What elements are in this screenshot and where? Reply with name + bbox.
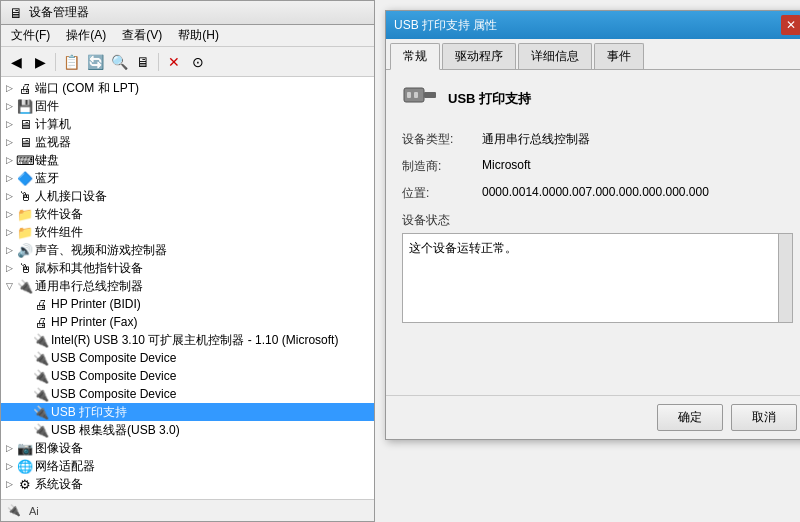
tree-item-system[interactable]: ▷⚙系统设备 xyxy=(1,475,374,493)
tree-node-icon: ⚙ xyxy=(17,476,33,492)
tree-node-icon: 🖱 xyxy=(17,260,33,276)
tree-toggle[interactable]: ▷ xyxy=(1,260,17,276)
tree-node-label: USB 打印支持 xyxy=(51,404,127,421)
status-scrollbar[interactable] xyxy=(778,234,792,322)
tree-toggle[interactable]: ▷ xyxy=(1,476,17,492)
tree-item-firmware[interactable]: ▷💾固件 xyxy=(1,97,374,115)
tree-item-usb-comp2[interactable]: 🔌USB Composite Device xyxy=(1,367,374,385)
tab-details[interactable]: 详细信息 xyxy=(518,43,592,69)
menu-bar: 文件(F) 操作(A) 查看(V) 帮助(H) xyxy=(1,25,374,47)
tree-item-softcomp[interactable]: ▷📁软件组件 xyxy=(1,223,374,241)
tree-node-icon: 🔌 xyxy=(17,278,33,294)
tree-item-hp-bidi[interactable]: 🖨HP Printer (BIDI) xyxy=(1,295,374,313)
back-button[interactable]: ◀ xyxy=(5,51,27,73)
tab-driver[interactable]: 驱动程序 xyxy=(442,43,516,69)
tree-toggle[interactable]: ▽ xyxy=(1,278,17,294)
tree-item-computer[interactable]: ▷🖥计算机 xyxy=(1,115,374,133)
tree-node-label: USB Composite Device xyxy=(51,351,176,365)
tree-node-icon: 🖱 xyxy=(17,188,33,204)
tree-node-label: 系统设备 xyxy=(35,476,83,493)
tree-node-icon: 🔊 xyxy=(17,242,33,258)
tree-node-label: 键盘 xyxy=(35,152,59,169)
dialog-close-button[interactable]: ✕ xyxy=(781,15,800,35)
tree-toggle[interactable]: ▷ xyxy=(1,134,17,150)
tree-item-monitor[interactable]: ▷🖥监视器 xyxy=(1,133,374,151)
tree-node-icon: 📁 xyxy=(17,206,33,222)
tree-toggle[interactable]: ▷ xyxy=(1,242,17,258)
tree-toggle xyxy=(17,404,33,420)
tree-item-usb-ctrl[interactable]: ▽🔌通用串行总线控制器 xyxy=(1,277,374,295)
tree-item-mouse[interactable]: ▷🖱鼠标和其他指针设备 xyxy=(1,259,374,277)
tree-node-icon: 🔌 xyxy=(33,404,49,420)
tree-node-icon: 🔌 xyxy=(33,332,49,348)
cancel-button[interactable]: 取消 xyxy=(731,404,797,431)
help-button[interactable]: ⊙ xyxy=(187,51,209,73)
titlebar-icon: 🖥 xyxy=(9,5,23,21)
tree-item-usb-comp1[interactable]: 🔌USB Composite Device xyxy=(1,349,374,367)
tree-toggle[interactable]: ▷ xyxy=(1,440,17,456)
dialog-tabs: 常规 驱动程序 详细信息 事件 xyxy=(386,39,800,70)
tree-node-label: 软件设备 xyxy=(35,206,83,223)
tree-node-icon: 🔷 xyxy=(17,170,33,186)
tree-toggle xyxy=(17,314,33,330)
status-section-label: 设备状态 xyxy=(402,212,793,229)
tab-events[interactable]: 事件 xyxy=(594,43,644,69)
tree-toggle[interactable]: ▷ xyxy=(1,458,17,474)
menu-help[interactable]: 帮助(H) xyxy=(172,25,225,46)
scan-button[interactable]: 🔍 xyxy=(108,51,130,73)
tree-node-icon: 🖨 xyxy=(33,296,49,312)
tree-node-icon: 📷 xyxy=(17,440,33,456)
toolbar: ◀ ▶ 📋 🔄 🔍 🖥 ✕ ⊙ xyxy=(1,47,374,77)
tree-toggle[interactable]: ▷ xyxy=(1,80,17,96)
properties-dialog: USB 打印支持 属性 ✕ 常规 驱动程序 详细信息 事件 USB 打印支持 设… xyxy=(385,10,800,440)
tree-node-label: 蓝牙 xyxy=(35,170,59,187)
disable-button[interactable]: ✕ xyxy=(163,51,185,73)
tree-item-hid[interactable]: ▷🖱人机接口设备 xyxy=(1,187,374,205)
tree-node-label: HP Printer (Fax) xyxy=(51,315,137,329)
status-section: 设备状态 这个设备运转正常。 xyxy=(402,212,793,323)
tree-item-audio[interactable]: ▷🔊声音、视频和游戏控制器 xyxy=(1,241,374,259)
tree-item-usb-hub[interactable]: 🔌USB 根集线器(USB 3.0) xyxy=(1,421,374,439)
tree-item-intel-usb[interactable]: 🔌Intel(R) USB 3.10 可扩展主机控制器 - 1.10 (Micr… xyxy=(1,331,374,349)
update-driver-button[interactable]: 🔄 xyxy=(84,51,106,73)
device-big-icon xyxy=(402,82,438,115)
tree-node-label: 通用串行总线控制器 xyxy=(35,278,143,295)
tree-toggle[interactable]: ▷ xyxy=(1,170,17,186)
tree-item-hp-fax[interactable]: 🖨HP Printer (Fax) xyxy=(1,313,374,331)
tree-toggle[interactable]: ▷ xyxy=(1,98,17,114)
tree-item-bluetooth[interactable]: ▷🔷蓝牙 xyxy=(1,169,374,187)
ok-button[interactable]: 确定 xyxy=(657,404,723,431)
forward-button[interactable]: ▶ xyxy=(29,51,51,73)
tree-item-usb-comp3[interactable]: 🔌USB Composite Device xyxy=(1,385,374,403)
device-name: USB 打印支持 xyxy=(448,90,531,108)
tree-item-network[interactable]: ▷🌐网络适配器 xyxy=(1,457,374,475)
tree-item-ports[interactable]: ▷🖨端口 (COM 和 LPT) xyxy=(1,79,374,97)
device-type-label: 设备类型: xyxy=(402,131,482,148)
menu-action[interactable]: 操作(A) xyxy=(60,25,112,46)
menu-view[interactable]: 查看(V) xyxy=(116,25,168,46)
tab-general[interactable]: 常规 xyxy=(390,43,440,70)
tree-node-icon: 🖨 xyxy=(17,80,33,96)
device-status-box[interactable]: 这个设备运转正常。 xyxy=(402,233,793,323)
properties-button[interactable]: 📋 xyxy=(60,51,82,73)
tree-item-imaging[interactable]: ▷📷图像设备 xyxy=(1,439,374,457)
tree-toggle[interactable]: ▷ xyxy=(1,206,17,222)
tree-toggle[interactable]: ▷ xyxy=(1,116,17,132)
tree-node-icon: 🔌 xyxy=(33,386,49,402)
svg-rect-3 xyxy=(414,92,418,98)
tree-item-softdev[interactable]: ▷📁软件设备 xyxy=(1,205,374,223)
tree-toggle[interactable]: ▷ xyxy=(1,224,17,240)
dialog-footer: 确定 取消 xyxy=(386,395,800,439)
menu-file[interactable]: 文件(F) xyxy=(5,25,56,46)
tree-node-label: 计算机 xyxy=(35,116,71,133)
device-tree[interactable]: ▷🖨端口 (COM 和 LPT)▷💾固件▷🖥计算机▷🖥监视器▷⌨键盘▷🔷蓝牙▷🖱… xyxy=(1,77,374,499)
tree-item-usb-print[interactable]: 🔌USB 打印支持 xyxy=(1,403,374,421)
tree-toggle xyxy=(17,368,33,384)
tree-toggle[interactable]: ▷ xyxy=(1,188,17,204)
device-status-text: 这个设备运转正常。 xyxy=(409,241,517,255)
tree-node-icon: 🔌 xyxy=(33,422,49,438)
device-type-value: 通用串行总线控制器 xyxy=(482,131,793,148)
device-view-button[interactable]: 🖥 xyxy=(132,51,154,73)
tree-node-label: HP Printer (BIDI) xyxy=(51,297,141,311)
tree-item-keyboard[interactable]: ▷⌨键盘 xyxy=(1,151,374,169)
